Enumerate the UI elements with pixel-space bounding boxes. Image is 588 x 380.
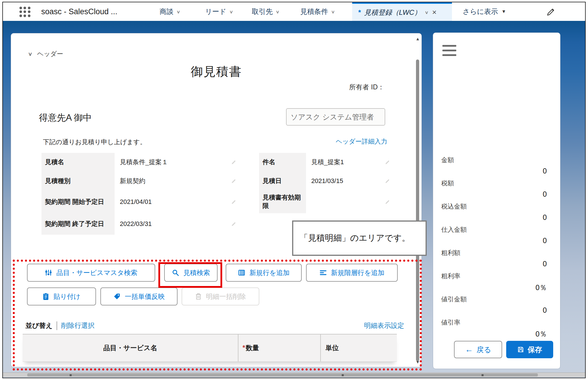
header-section-toggle[interactable]: ∨ ヘッダー [28,50,63,58]
summary-field-label: 値引金額 [441,295,467,304]
add-hierarchy-row-icon [319,269,327,276]
app-name: soasc - SalesCloud ... [41,2,117,21]
horizontal-scrollbar[interactable] [3,372,585,377]
greeting-text: 下記の通りお見積り申し上げます。 [43,138,146,146]
triangle-down-icon: ▼ [502,9,506,14]
field-label: 契約期間 開始予定日 [41,191,115,213]
required-asterisk: * [243,344,245,352]
tab-label: 取引先 [252,7,273,16]
summary-field-label: 仕入金額 [441,225,467,234]
add-new-row-button[interactable]: 新規行を追加 [226,264,302,282]
summary-field-value: 0 [543,236,547,245]
button-label: 貼り付け [53,292,80,301]
quote-search-button[interactable]: 見積検索 [164,264,218,282]
scrollbar-thumb[interactable] [27,373,538,377]
paste-button[interactable]: 貼り付け [27,287,96,305]
line-display-settings-link[interactable]: 明細表示設定 [364,321,404,330]
divider [57,321,57,330]
annotation-text: 「見積明細」のエリアです。 [300,232,410,244]
column-header-quantity[interactable]: * 数量 [238,334,321,361]
save-button[interactable]: 保存 [506,341,553,358]
edit-nav-pencil-icon[interactable] [546,7,556,17]
button-label: 新規階層行を追加 [331,268,385,277]
save-icon [517,346,524,353]
button-label: 品目・サービスマスタ検索 [56,268,137,277]
owner-id-field[interactable]: ソアスク システム管理者 [286,108,385,126]
item-service-master-search-button[interactable]: 品目・サービスマスタ検索 [27,264,155,282]
annotation-callout-box: 「見積明細」のエリアです。 [292,220,427,256]
chevron-down-icon: ∨ [176,9,180,14]
scrollbar-mark [482,374,484,376]
summary-field-value: 0％ [535,329,547,339]
button-label: 一括単価反映 [125,292,165,301]
close-icon[interactable]: × [432,8,437,17]
master-search-icon [45,269,52,276]
paste-icon [42,293,49,300]
header-detail-input-link[interactable]: ヘッダー詳細入力 [336,137,387,146]
add-hierarchy-row-button[interactable]: 新規階層行を追加 [306,264,398,282]
more-tabs-menu[interactable]: さらに表示 ▼ [463,2,506,21]
select-delete-rows-link[interactable]: 削除行選択 [61,321,95,330]
tab-quote-condition[interactable]: 見積条件 ∨ [300,2,335,21]
chevron-down-icon: ∨ [28,51,32,57]
field-label: 件名 [259,153,306,171]
more-label: さらに表示 [463,7,498,16]
scrollbar-mark [342,374,344,376]
vertical-scrollbar[interactable]: ▲ ▼ [415,36,420,365]
scroll-up-arrow-icon[interactable]: ▲ [415,36,420,41]
field-label: 見積名 [41,153,115,171]
summary-field-value: 0 [543,190,547,198]
bulk-unit-price-button[interactable]: 一括単価反映 [100,287,178,305]
field-label: 見積種別 [41,171,115,191]
price-tag-icon [113,293,121,300]
column-header-item-service-name[interactable]: 品目・サービス名 [23,334,238,361]
unsaved-marker: * [358,8,361,17]
chevron-down-icon: ∨ [331,9,335,14]
edit-pencil-icon[interactable] [380,191,395,213]
edit-pencil-icon[interactable] [225,153,242,171]
tab-opportunity[interactable]: 商談 ∨ [160,2,180,21]
tab-quote-register-active[interactable]: * 見積登録（LWC） ∨ × [352,2,452,21]
edit-pencil-icon[interactable] [380,153,395,171]
quote-fields-left: 見積名 見積条件_提案１ 見積種別 新規契約 契約期間 開始予定日 2021/0… [41,153,242,235]
edit-pencil-icon[interactable] [225,213,242,235]
line-items-header: 品目・サービス名 * 数量 単位 [23,334,397,362]
left-arrow-icon: ← [465,345,473,354]
screenshot-root: soasc - SalesCloud ... 商談 ∨ リード ∨ 取引先 ∨ … [0,0,588,380]
summary-field-value: 0 [543,167,547,175]
chevron-down-icon: ∨ [276,9,280,14]
button-label: 保存 [528,345,542,354]
bulk-delete-rows-button[interactable]: 明細一括削除 [182,287,259,305]
edit-pencil-icon[interactable] [225,171,242,191]
app-launcher-icon[interactable] [19,6,31,18]
quote-form-panel: ∨ ヘッダー 御見積書 所有者 ID： ソアスク システム管理者 得意先A 御中… [11,33,422,367]
owner-id-label: 所有者 ID： [349,83,384,92]
summary-field-label: 粗利額 [441,249,460,257]
back-button[interactable]: ← 戻る [454,341,502,358]
tab-account[interactable]: 取引先 ∨ [252,2,280,21]
column-label: 数量 [246,343,259,352]
scrollbar-thumb[interactable] [416,59,419,361]
field-value: 2022/03/31 [115,213,225,235]
summary-field-label: 粗利率 [441,272,460,281]
sort-label[interactable]: 並び替え [26,321,53,330]
field-label: 見積日 [259,171,306,191]
tab-lead[interactable]: リード ∨ [205,2,233,21]
summary-field-value: 0％ [535,283,547,292]
summary-field-label: 税込金額 [441,202,467,211]
column-header-unit[interactable]: 単位 [321,334,397,361]
field-value: 2021/03/15 [306,171,380,191]
button-label: 明細一括削除 [206,292,246,301]
chevron-down-icon[interactable]: ∨ [425,10,429,15]
edit-pencil-icon[interactable] [225,191,242,213]
tab-label: 商談 [160,7,173,16]
chevron-down-icon: ∨ [229,9,233,14]
summary-panel: 金額 0 税額 0 税込金額 0 仕入金額 0 粗利額 0 粗利率 0％ 値引金… [433,32,560,369]
scroll-down-arrow-icon[interactable]: ▼ [415,359,420,365]
button-label: 見積検索 [183,268,210,277]
button-label: 戻る [477,345,491,354]
field-label: 契約期間 終了予定日 [41,213,115,235]
menu-icon[interactable] [442,45,456,56]
search-icon [172,269,179,276]
edit-pencil-icon[interactable] [380,171,395,191]
